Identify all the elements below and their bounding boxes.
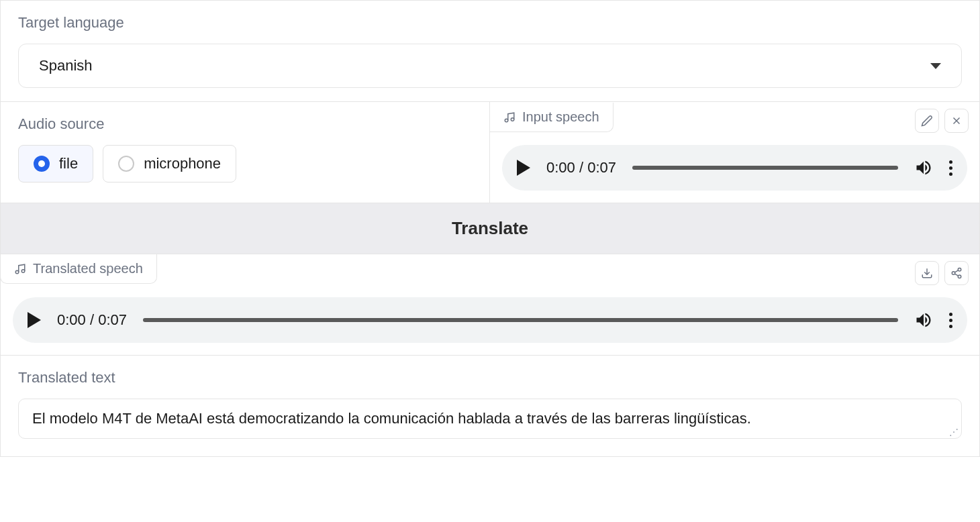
svg-point-4 xyxy=(15,270,19,274)
output-progress-bar[interactable] xyxy=(143,318,898,322)
input-audio-player: 0:00 / 0:07 xyxy=(502,145,967,191)
edit-button[interactable] xyxy=(915,109,939,133)
output-audio-player: 0:00 / 0:07 xyxy=(13,297,967,343)
translated-speech-section: Translated speech 0:00 / 0:07 xyxy=(1,254,979,343)
svg-point-8 xyxy=(952,272,955,275)
more-vertical-icon xyxy=(949,313,952,328)
svg-point-9 xyxy=(958,275,961,278)
output-more-button[interactable] xyxy=(949,313,952,328)
radio-microphone-label: microphone xyxy=(144,155,221,172)
audio-source-label: Audio source xyxy=(18,115,472,133)
volume-icon xyxy=(914,311,933,329)
translated-speech-tab: Translated speech xyxy=(0,254,157,284)
input-speech-tab: Input speech xyxy=(490,103,614,132)
audio-source-microphone-option[interactable]: microphone xyxy=(103,145,236,182)
more-vertical-icon xyxy=(949,160,952,176)
target-language-label: Target language xyxy=(18,14,962,32)
radio-selected-icon xyxy=(34,156,50,172)
share-icon xyxy=(950,267,963,279)
svg-point-1 xyxy=(511,117,514,121)
input-progress-bar[interactable] xyxy=(632,166,898,170)
svg-point-5 xyxy=(21,269,25,272)
output-time-display: 0:00 / 0:07 xyxy=(57,311,127,329)
output-play-button[interactable] xyxy=(28,312,41,328)
download-icon xyxy=(921,267,933,279)
translated-text-label: Translated text xyxy=(18,369,962,386)
translated-text-output[interactable]: El modelo M4T de MetaAI está democratiza… xyxy=(18,399,962,439)
translate-button[interactable]: Translate xyxy=(1,203,979,254)
translated-text-section: Translated text El modelo M4T de MetaAI … xyxy=(1,355,979,456)
output-volume-button[interactable] xyxy=(914,311,933,329)
clear-button[interactable] xyxy=(944,109,969,133)
radio-unselected-icon xyxy=(118,156,134,172)
target-language-section: Target language Spanish xyxy=(1,1,979,101)
translated-text-value: El modelo M4T de MetaAI está democratiza… xyxy=(32,410,751,427)
pencil-icon xyxy=(921,115,933,127)
translated-speech-label: Translated speech xyxy=(33,261,143,276)
svg-line-11 xyxy=(954,270,958,272)
play-icon xyxy=(517,160,530,176)
play-icon xyxy=(28,312,41,328)
audio-source-section: Audio source file microphone xyxy=(1,102,490,203)
music-icon xyxy=(503,111,516,123)
svg-line-10 xyxy=(954,274,958,276)
volume-icon xyxy=(914,158,933,177)
svg-point-0 xyxy=(505,119,508,122)
chevron-down-icon xyxy=(930,63,941,69)
radio-file-label: file xyxy=(59,155,78,172)
music-icon xyxy=(14,263,26,275)
close-icon xyxy=(950,115,963,127)
share-button[interactable] xyxy=(944,261,969,285)
target-language-value: Spanish xyxy=(39,57,93,74)
resize-handle-icon[interactable]: ⋰ xyxy=(949,427,959,437)
input-speech-label: Input speech xyxy=(522,109,599,125)
input-volume-button[interactable] xyxy=(914,158,933,177)
svg-point-7 xyxy=(958,268,961,272)
target-language-dropdown[interactable]: Spanish xyxy=(18,44,962,88)
translate-button-label: Translate xyxy=(452,218,528,238)
input-time-display: 0:00 / 0:07 xyxy=(546,159,616,176)
input-speech-section: Input speech 0:00 / 0:07 xyxy=(490,102,979,203)
input-more-button[interactable] xyxy=(949,160,952,176)
download-button[interactable] xyxy=(915,261,939,285)
input-play-button[interactable] xyxy=(517,160,530,176)
audio-source-file-option[interactable]: file xyxy=(18,145,93,182)
